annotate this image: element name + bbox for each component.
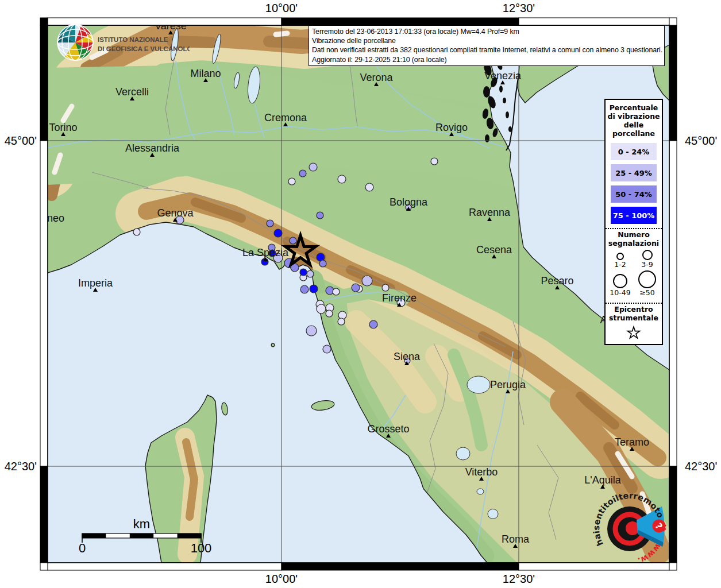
signal-label: 1-2 (614, 261, 626, 269)
report-point (431, 158, 438, 165)
city-label: neo (47, 212, 64, 224)
city-label: Alessandria (125, 142, 180, 154)
report-point (352, 284, 360, 292)
signal-circle-medium (642, 250, 653, 260)
report-point (369, 320, 377, 328)
axis-label-lat-42-30: 42°30' (5, 460, 37, 473)
scalebar-segment (178, 533, 201, 538)
city-label: Milano (190, 68, 221, 79)
report-point (309, 163, 317, 171)
ingv-text-line2: DI GEOFISICA E VULCANOLOGIA (98, 45, 190, 52)
ingv-text-line1: ISTITUTO NAZIONALE (98, 36, 168, 43)
city-label: Vercelli (115, 86, 149, 98)
earthquake-intensity-map: VareseMilanoVercelliTorinoVeronaVeneziaC… (0, 0, 721, 588)
legend-title: Percentuale di vibrazione delle porcella… (606, 100, 662, 139)
city-label: Siena (394, 351, 421, 362)
city-label: Cesena (476, 244, 512, 256)
legend-separator (606, 303, 662, 304)
report-point (362, 276, 372, 286)
event-data-note: Dati non verificati estratti da 382 ques… (312, 45, 661, 55)
report-point (290, 237, 296, 244)
city-label: Bologna (390, 196, 428, 208)
signal-size-3-9: 3-9 (634, 250, 661, 269)
city-label: La Spezia (242, 247, 289, 258)
map-content: VareseMilanoVercelliTorinoVeronaVeneziaC… (47, 20, 669, 563)
report-point (319, 260, 326, 267)
signal-size-10-49: 10-49 (607, 270, 634, 297)
axis-label-lat-45-right: 45°00' (685, 134, 717, 148)
city-label: Ravenna (469, 207, 511, 218)
legend-separator (606, 228, 662, 229)
report-point (274, 229, 282, 237)
axis-label-lat-45: 45°00' (5, 134, 37, 148)
event-updated: Aggiornato il: 29-12-2025 21:10 (ora loc… (312, 55, 661, 64)
legend-class-0-24: 0 - 24% (611, 143, 657, 160)
report-point (317, 304, 326, 314)
legend-class-75-100: 75 - 100% (611, 207, 657, 224)
event-title: Terremoto del 23-06-2013 17:01:33 (ora l… (312, 27, 661, 36)
report-point (300, 269, 307, 276)
signal-size-1-2: 1-2 (607, 250, 634, 269)
signal-circle-xlarge (638, 270, 656, 288)
signal-size-50plus: ≥50 (634, 270, 661, 297)
signal-circle-large (613, 274, 627, 288)
epicenter-star-icon (624, 323, 643, 342)
event-effect: Vibrazione delle porcellane (312, 36, 661, 45)
axis-label-lon-12-30-bottom: 12°30' (503, 572, 535, 586)
city-label: Roma (502, 533, 530, 545)
legend-class-25-49: 25 - 49% (611, 164, 657, 181)
report-point (306, 326, 317, 336)
scalebar-segment (82, 533, 106, 538)
ingv-globe-icon (57, 25, 93, 60)
scalebar-unit: km (133, 517, 150, 531)
signal-label: 10-49 (610, 289, 630, 297)
axis-label-lat-42-30-right: 42°30' (685, 460, 717, 473)
report-point (382, 284, 389, 291)
report-point (310, 285, 318, 293)
scalebar-start: 0 (79, 541, 86, 555)
legend-class-50-74: 50 - 74% (611, 185, 657, 203)
report-point (365, 183, 373, 191)
hsit-watermark: haisentitoilterremoto .it www. ? (583, 479, 681, 577)
axis-label-lon-10-bottom: 10°00' (265, 572, 298, 586)
report-point (323, 345, 331, 353)
city-label: Cremona (264, 112, 307, 123)
axis-label-lon-10: 10°00' (265, 2, 298, 15)
report-point (338, 175, 346, 183)
city-label: Teramo (615, 436, 649, 448)
city-label: Verona (360, 72, 393, 83)
signal-label: 3-9 (641, 261, 653, 269)
city-label: Genova (157, 207, 194, 219)
report-point (326, 310, 333, 317)
ingv-logo: ISTITUTO NAZIONALE DI GEOFISICA E VULCAN… (55, 23, 190, 64)
city-label: Grosseto (367, 423, 409, 435)
city-label: Perugia (490, 379, 526, 390)
report-point (317, 212, 323, 219)
city-label: Firenze (382, 292, 417, 304)
signal-label: ≥50 (639, 289, 654, 297)
legend-panel: Percentuale di vibrazione delle porcella… (604, 99, 663, 345)
report-point (133, 229, 140, 235)
report-point (338, 318, 345, 325)
report-point (267, 220, 273, 227)
city-label: Pesaro (541, 275, 573, 287)
scalebar-segment (130, 533, 153, 538)
legend-signal-sizes: 1-2 3-9 10-49 ≥50 (606, 249, 662, 299)
city-label: Viterbo (465, 466, 498, 478)
signal-circle-small (616, 253, 624, 260)
legend-signals-title: Numero segnalazioni (606, 230, 662, 249)
report-point (300, 285, 309, 293)
city-label: Venezia (484, 70, 522, 82)
city-label: Torino (49, 122, 77, 133)
city-label: Rovigo (435, 122, 468, 133)
legend-epicenter-title: Epicentro strumentale (606, 305, 662, 323)
event-info-box: Terremoto del 23-06-2013 17:01:33 (ora l… (309, 25, 665, 66)
scalebar-end: 100 (191, 541, 212, 555)
city-label: Imperia (78, 277, 113, 289)
report-point (288, 178, 295, 185)
report-point (333, 288, 340, 295)
report-point (299, 170, 306, 177)
report-point (307, 270, 314, 277)
axis-label-lon-12-30: 12°30' (503, 2, 535, 15)
